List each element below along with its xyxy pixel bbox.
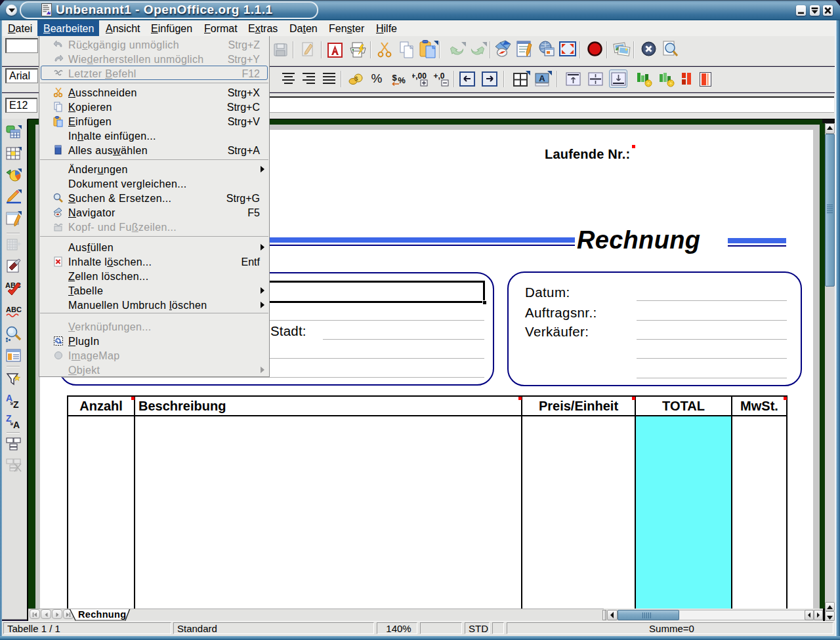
svg-text:A: A bbox=[6, 393, 12, 403]
svg-text:%: % bbox=[371, 71, 383, 85]
svg-text:A: A bbox=[13, 420, 20, 430]
svg-text:+,00: +,00 bbox=[412, 71, 427, 81]
svg-text:$: $ bbox=[354, 75, 358, 82]
svg-text:Z: Z bbox=[13, 399, 19, 409]
svg-text:ABC: ABC bbox=[6, 306, 22, 313]
svg-text:$: $ bbox=[392, 73, 397, 83]
svg-text:+,0: +,0 bbox=[433, 71, 444, 81]
svg-text:A: A bbox=[539, 73, 545, 83]
svg-text:%: % bbox=[398, 75, 406, 85]
svg-text:Z: Z bbox=[6, 414, 12, 424]
